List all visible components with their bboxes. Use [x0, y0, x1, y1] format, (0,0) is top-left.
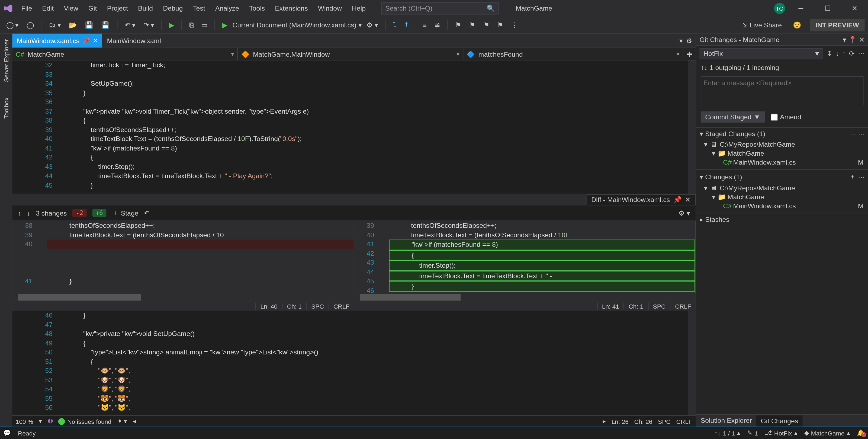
- menu-project[interactable]: Project: [102, 1, 132, 16]
- menu-test[interactable]: Test: [188, 1, 210, 16]
- menu-help[interactable]: Help: [347, 1, 370, 16]
- menu-window[interactable]: Window: [313, 1, 346, 16]
- bookmark-icon[interactable]: ⚑: [453, 19, 464, 30]
- diff-right-pane[interactable]: 3940414243444546 tenthsOfSecondsElapsed+…: [354, 221, 695, 294]
- staged-section-header[interactable]: ▾Staged Changes (1) ─ ⋯: [696, 128, 868, 140]
- diff-tab[interactable]: Diff - MainWindow.xaml.cs 📌 ✕: [586, 194, 696, 205]
- forward-nav-icon[interactable]: ◯: [24, 19, 36, 30]
- menu-view[interactable]: View: [59, 1, 83, 16]
- comment-icon[interactable]: ≡: [420, 19, 429, 30]
- panel-close-icon[interactable]: ✕: [859, 35, 865, 43]
- panel-dropdown-icon[interactable]: ▾: [843, 35, 846, 43]
- bookmark-prev-icon[interactable]: ⚑: [467, 19, 478, 30]
- no-issues-indicator[interactable]: No issues found: [58, 418, 112, 425]
- menu-extensions[interactable]: Extensions: [271, 1, 312, 16]
- code-content[interactable]: timer.Tick += Timer_Tick; SetUpGame(); }…: [63, 60, 695, 190]
- diff-right-hscroll[interactable]: [354, 294, 695, 301]
- menu-file[interactable]: File: [17, 1, 37, 16]
- step-over-icon[interactable]: ⤵: [390, 19, 399, 30]
- git-changes-tab[interactable]: Git Changes: [756, 415, 803, 427]
- feedback-icon[interactable]: 🙂: [790, 19, 804, 30]
- panel-pin-icon[interactable]: 📍: [848, 35, 857, 43]
- close-icon[interactable]: ✕: [93, 37, 98, 43]
- stage-all-icon[interactable]: ＋: [849, 172, 856, 181]
- solution-explorer-tab[interactable]: Solution Explorer: [696, 415, 756, 427]
- file-node[interactable]: C#MainWindow.xaml.csM: [704, 158, 868, 167]
- attach-icon[interactable]: ⎘: [186, 19, 196, 30]
- section-more-icon[interactable]: ⋯: [858, 130, 865, 138]
- search-box[interactable]: Search (Ctrl+Q) 🔍: [381, 2, 499, 14]
- undo-icon[interactable]: ↶ ▾: [122, 19, 138, 30]
- toolbar-overflow-icon[interactable]: ⋮: [508, 19, 521, 30]
- menu-git[interactable]: Git: [84, 1, 101, 16]
- step-into-icon[interactable]: ⤴: [401, 19, 410, 30]
- pin-icon[interactable]: 📌: [83, 37, 90, 43]
- live-share-button[interactable]: ⇲ Live Share: [739, 19, 784, 30]
- code-content[interactable]: } "kw">private "kw">void SetUpGame() { "…: [63, 311, 695, 412]
- close-icon[interactable]: ✕: [685, 196, 691, 204]
- diff-left-hscroll[interactable]: [12, 294, 354, 301]
- project-node[interactable]: ▾📁MatchGame: [704, 149, 868, 158]
- nav-project-dropdown[interactable]: C# MatchGame ▼: [12, 48, 238, 60]
- revert-icon[interactable]: ↶: [144, 209, 150, 217]
- output-icon[interactable]: 💬: [3, 429, 11, 437]
- tab-dropdown-icon[interactable]: ▾: [679, 37, 683, 45]
- nav-class-dropdown[interactable]: 🔶 MatchGame.MainWindow ▼: [238, 48, 463, 60]
- save-all-icon[interactable]: 💾: [98, 19, 113, 30]
- section-more-icon[interactable]: ⋯: [858, 173, 865, 181]
- uncomment-icon[interactable]: ≢: [432, 19, 443, 30]
- commit-staged-button[interactable]: Commit Staged ▼: [701, 112, 765, 122]
- code-editor-top[interactable]: 3233343536373839404142434445 timer.Tick …: [12, 60, 695, 194]
- menu-debug[interactable]: Debug: [159, 1, 187, 16]
- file-node[interactable]: C#MainWindow.xaml.csM: [704, 202, 868, 210]
- int-preview-badge[interactable]: INT PREVIEW: [810, 19, 865, 31]
- pull-icon[interactable]: ↓: [835, 50, 839, 58]
- bookmark-next-icon[interactable]: ⚑: [480, 19, 492, 30]
- debug-target-icon[interactable]: ▭: [198, 19, 210, 30]
- health-icon[interactable]: ❂: [48, 417, 53, 425]
- tab-settings-icon[interactable]: ⚙: [686, 37, 692, 45]
- pending-edits[interactable]: ✎ 1: [747, 429, 758, 437]
- nav-split-icon[interactable]: ✚: [683, 48, 695, 60]
- stashes-section-header[interactable]: ▸Stashes: [696, 213, 868, 226]
- amend-checkbox[interactable]: Amend: [770, 113, 801, 121]
- unstage-all-icon[interactable]: ─: [851, 130, 856, 138]
- zoom-level[interactable]: 100 %: [16, 418, 33, 425]
- current-doc-selector[interactable]: Current Document (MainWindow.xaml.cs) ▾: [232, 21, 362, 29]
- sync-status[interactable]: ↑↓ 1 / 1 ▴: [715, 429, 741, 437]
- doc-settings-icon[interactable]: ⚙ ▾: [364, 19, 381, 30]
- sync-icon[interactable]: ⟳: [849, 50, 855, 58]
- changes-section-header[interactable]: ▾Changes (1) ＋ ⋯: [696, 170, 868, 184]
- error-nav-icon[interactable]: ✦ ▾: [117, 417, 127, 425]
- vertical-scrollbar[interactable]: [688, 60, 695, 194]
- vertical-scrollbar[interactable]: [688, 311, 695, 415]
- diff-settings-icon[interactable]: ⚙ ▾: [679, 209, 690, 217]
- diff-left-pane[interactable]: 383940 41 tenthsOfSecondsElapsed++; time…: [12, 221, 354, 294]
- close-button[interactable]: ✕: [843, 0, 866, 17]
- prev-change-icon[interactable]: ↑: [18, 209, 21, 217]
- minimize-button[interactable]: ─: [790, 0, 812, 17]
- outgoing-incoming-link[interactable]: ↑↓ 1 outgoing / 1 incoming: [696, 62, 868, 74]
- back-nav-icon[interactable]: ◯ ▾: [3, 19, 22, 30]
- tab-mainwindow-xaml[interactable]: MainWindow.xaml: [102, 34, 166, 48]
- stage-button[interactable]: ＋Stage: [112, 208, 138, 218]
- run-current-doc-button[interactable]: ▶: [220, 19, 230, 30]
- tab-mainwindow-cs[interactable]: MainWindow.xaml.cs 📌 ✕: [12, 34, 102, 48]
- new-project-icon[interactable]: 🗂 ▾: [46, 19, 64, 30]
- branch-status[interactable]: ⎇ HotFix ▴: [765, 429, 798, 437]
- maximize-button[interactable]: ☐: [816, 0, 839, 17]
- branch-selector[interactable]: HotFix▼: [700, 48, 823, 59]
- open-icon[interactable]: 📂: [66, 19, 80, 30]
- push-icon[interactable]: ↑: [842, 50, 845, 58]
- menu-edit[interactable]: Edit: [38, 1, 58, 16]
- user-avatar[interactable]: TG: [774, 3, 785, 14]
- code-editor-bottom[interactable]: 4647484950515253545556 } "kw">private "k…: [12, 311, 695, 415]
- save-icon[interactable]: 💾: [82, 19, 96, 30]
- repo-status[interactable]: ◆ MatchGame ▴: [804, 429, 850, 437]
- menu-build[interactable]: Build: [133, 1, 157, 16]
- git-more-icon[interactable]: ⋯: [858, 50, 865, 58]
- pin-icon[interactable]: 📌: [673, 196, 682, 204]
- repo-node[interactable]: ▾🖥C:\MyRepos\MatchGame: [704, 183, 868, 193]
- nav-member-dropdown[interactable]: 🔷 matchesFound ▼: [463, 48, 683, 60]
- start-debug-button[interactable]: ▶: [166, 19, 177, 30]
